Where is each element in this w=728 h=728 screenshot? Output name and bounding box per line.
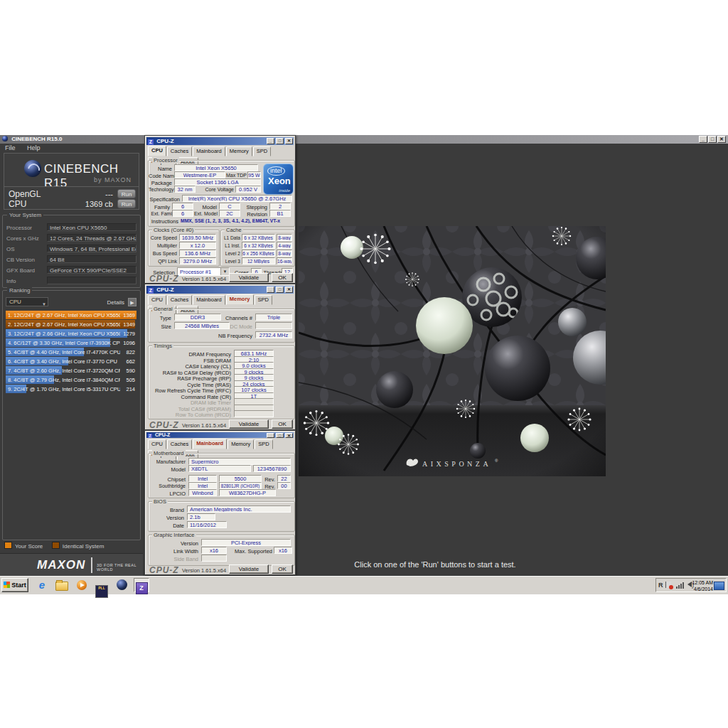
restore-button[interactable]: □ bbox=[276, 433, 284, 438]
maxon-logo: MAXON bbox=[37, 558, 85, 572]
opengl-label: OpenGL bbox=[9, 189, 41, 199]
tray-clock[interactable]: 12:05 AM 4/6/2014 bbox=[692, 579, 713, 592]
motherboard-legend: Motherboard bbox=[152, 450, 186, 456]
quicklaunch-folder[interactable] bbox=[54, 578, 70, 592]
processor-selection-dropdown[interactable]: Processor #1 ▼ bbox=[177, 267, 230, 276]
field-label: Link Width bbox=[149, 548, 198, 555]
windows-flag-icon bbox=[4, 582, 10, 588]
ranking-row[interactable]: 3. 12C/24T @ 2.66 GHz, Intel Xeon CPU X5… bbox=[6, 329, 136, 338]
start-button[interactable]: Start bbox=[1, 578, 28, 592]
ranking-row[interactable]: 9. 2C/4T @ 1.70 GHz, Intel Core i5-3317U… bbox=[6, 385, 136, 393]
maxon-tagline: 3D FOR THE REAL WORLD bbox=[97, 563, 143, 572]
cpuz-titlebar[interactable]: Z CPU-Z _ □ ✕ bbox=[146, 432, 294, 438]
network-icon[interactable] bbox=[676, 582, 685, 589]
ranking-row-label: 3. 12C/24T @ 2.66 GHz, Intel Xeon CPU X5… bbox=[8, 331, 120, 337]
system-row-label: CB Version bbox=[6, 257, 35, 263]
ranking-row[interactable]: 6. 4C/8T @ 3.40 GHz, Intel Core i7-3770 … bbox=[6, 357, 136, 365]
cpuz-window-memory: Z CPU-Z _ □ ✕ CPUCachesMainboardMemorySP… bbox=[144, 284, 296, 430]
tab-caches[interactable]: Caches bbox=[167, 146, 192, 156]
action-center-flag-icon[interactable] bbox=[665, 582, 671, 589]
field-label: Code Name bbox=[149, 173, 172, 179]
tab-memory[interactable]: Memory bbox=[226, 146, 252, 156]
menu-help[interactable]: Help bbox=[22, 144, 46, 152]
close-button[interactable]: ✕ bbox=[285, 138, 293, 144]
media-player-icon bbox=[77, 580, 87, 590]
tab-cpu[interactable]: CPU bbox=[148, 295, 166, 305]
tab-cpu[interactable]: CPU bbox=[148, 439, 166, 449]
restore-button[interactable]: □ bbox=[276, 138, 284, 144]
cpuz-window-cpu: Z CPU-Z _ □ ✕ CPUCachesMainboardMemorySP… bbox=[144, 135, 296, 284]
validate-button[interactable]: Validate bbox=[229, 273, 269, 282]
field-label: Bus Speed bbox=[149, 251, 177, 256]
minimize-button[interactable]: _ bbox=[267, 287, 274, 293]
ranking-row[interactable]: 1. 12C/24T @ 2.67 GHz, Intel Xeon CPU X5… bbox=[6, 311, 136, 319]
ranking-filter-dropdown[interactable]: CPU ▼ bbox=[6, 297, 48, 306]
cpuz-titlebar[interactable]: Z CPU-Z _ □ ✕ bbox=[146, 286, 294, 294]
graphic-interface-legend: Graphic Interface bbox=[152, 532, 196, 538]
ranking-row[interactable]: 2. 12C/24T @ 2.67 GHz, Intel Xeon CPU X5… bbox=[6, 320, 136, 328]
tab-spd[interactable]: SPD bbox=[255, 439, 272, 449]
tab-memory[interactable]: Memory bbox=[226, 294, 254, 305]
ok-button[interactable]: OK bbox=[272, 419, 293, 429]
ranking-row[interactable]: 4. 6C/12T @ 3.30 GHz, Intel Core i7-3930… bbox=[6, 338, 136, 347]
field-value: x 12.0 bbox=[179, 242, 216, 249]
validate-button[interactable]: Validate bbox=[229, 419, 269, 429]
tab-mainboard[interactable]: Mainboard bbox=[193, 146, 225, 156]
cinebench-titlebar[interactable]: CINEBENCH R15.0 _ □ ✕ bbox=[0, 135, 728, 144]
cpuz-window-title: CPU-Z bbox=[155, 432, 170, 437]
restore-button[interactable]: □ bbox=[276, 287, 284, 293]
field-value: 2C bbox=[219, 210, 240, 217]
field-label: Row To Column (tRCD) bbox=[149, 412, 231, 418]
field-value bbox=[201, 555, 227, 562]
close-button[interactable]: ✕ bbox=[717, 136, 726, 143]
cpu-score: 1369 cb bbox=[85, 200, 113, 208]
minimize-button[interactable]: _ bbox=[267, 433, 274, 438]
field-label: Model bbox=[196, 204, 217, 210]
validate-button[interactable]: Validate bbox=[229, 564, 269, 574]
menu-file[interactable]: File bbox=[0, 144, 21, 152]
cpuz-titlebar[interactable]: Z CPU-Z _ □ ✕ bbox=[146, 137, 294, 145]
system-row-label: GFX Board bbox=[6, 267, 35, 274]
ranking-row-score: 1369 bbox=[123, 312, 135, 318]
taskbar-button-cpuz[interactable]: Z bbox=[134, 578, 149, 592]
tab-memory[interactable]: Memory bbox=[228, 439, 254, 449]
ok-button[interactable]: OK bbox=[272, 273, 293, 282]
inside-logo-text: inside bbox=[279, 188, 290, 193]
field-label: Channels # bbox=[221, 315, 252, 321]
tab-spd[interactable]: SPD bbox=[255, 295, 272, 305]
tray-app-icon-r[interactable]: R bbox=[658, 582, 663, 589]
ranking-row[interactable]: 5. 4C/8T @ 4.40 GHz, Intel Core i7-4770K… bbox=[6, 348, 136, 356]
tray-language-icon[interactable] bbox=[714, 582, 724, 590]
quicklaunch-pll-tool[interactable]: PLL bbox=[94, 578, 109, 592]
quicklaunch-media-player[interactable] bbox=[74, 578, 90, 592]
field-value: Winbond bbox=[188, 489, 217, 496]
tab-caches[interactable]: Caches bbox=[167, 439, 192, 449]
field-value: 2732.4 MHz bbox=[255, 331, 292, 338]
tab-mainboard[interactable]: Mainboard bbox=[193, 295, 225, 305]
close-button[interactable]: ✕ bbox=[285, 287, 293, 293]
tab-cpu[interactable]: CPU bbox=[148, 146, 166, 156]
ranking-row[interactable]: 8. 4C/8T @ 2.79 GHz, Intel Core i7-3840Q… bbox=[6, 375, 136, 384]
restore-button[interactable]: □ bbox=[708, 136, 717, 143]
field-value: 11/16/2012 bbox=[187, 521, 227, 528]
opengl-run-button[interactable]: Run bbox=[117, 189, 136, 198]
tab-spd[interactable]: SPD bbox=[253, 146, 271, 156]
field-value: 4-way bbox=[277, 242, 292, 249]
minimize-button[interactable]: _ bbox=[699, 136, 707, 143]
details-expand-button[interactable]: ▶ bbox=[128, 298, 136, 306]
minimize-button[interactable]: _ bbox=[267, 138, 274, 144]
divider bbox=[4, 186, 139, 187]
field-value: 6 x 32 KBytes bbox=[242, 242, 275, 249]
cpu-run-button[interactable]: Run bbox=[117, 199, 136, 208]
field-value: Triple bbox=[255, 314, 292, 321]
ok-button[interactable]: OK bbox=[272, 564, 293, 574]
ranking-row[interactable]: 7. 4C/8T @ 2.60 GHz, Intel Core i7-3720Q… bbox=[6, 366, 136, 375]
ranking-legend: Ranking bbox=[7, 287, 32, 294]
close-button[interactable]: ✕ bbox=[285, 433, 293, 438]
quicklaunch-internet-explorer[interactable]: e bbox=[34, 578, 50, 592]
quicklaunch-cinebench[interactable] bbox=[114, 578, 129, 592]
tab-mainboard[interactable]: Mainboard bbox=[193, 439, 227, 449]
tab-caches[interactable]: Caches bbox=[167, 295, 192, 305]
system-row-value: Intel Xeon CPU X5650 bbox=[47, 223, 136, 231]
cinebench-menubar: File Help bbox=[0, 144, 728, 153]
